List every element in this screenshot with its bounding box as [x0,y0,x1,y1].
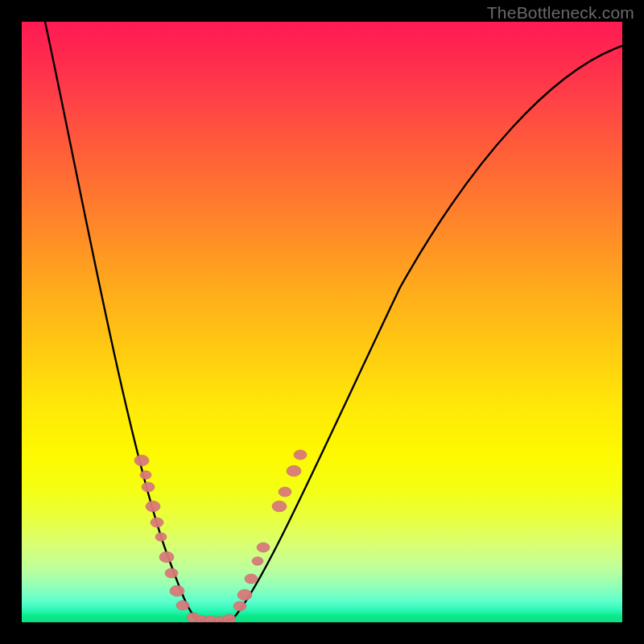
right-marker [245,574,258,584]
right-marker [233,601,246,611]
outer-frame: TheBottleneck.com [0,0,644,644]
chart-svg [22,22,622,622]
right-marker [279,487,291,497]
left-marker [151,518,163,527]
right-marker [237,589,252,601]
left-marker [165,568,178,578]
left-marker [140,471,151,480]
left-marker [146,501,160,512]
left-marker [159,551,174,563]
watermark-text: TheBottleneck.com [487,3,634,23]
bottom-marker [223,614,236,622]
right-marker [257,543,270,552]
left-marker [170,585,184,597]
bottleneck-curve [45,22,622,621]
right-marker [252,557,263,566]
plot-area [22,22,622,622]
right-marker [272,501,287,512]
left-marker [142,482,155,492]
left-marker [134,455,149,466]
right-marker [287,465,301,477]
left-marker [176,601,189,610]
left-marker [155,533,167,542]
right-marker [294,450,307,460]
